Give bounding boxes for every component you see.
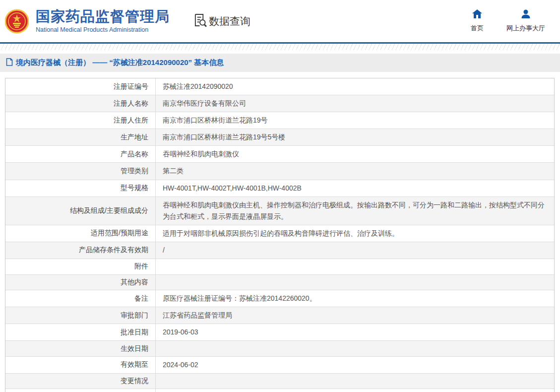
table-row: 适用范围/预期用途 适用于对咽部非机械原因损伤引起的吞咽及构音障碍进行评估、治疗…: [5, 225, 554, 242]
row-label: 审批部门: [5, 307, 156, 324]
row-value: 2024-06-02: [156, 357, 554, 373]
nav-item-home[interactable]: 首页: [471, 9, 484, 33]
row-value: 详情: [156, 389, 554, 392]
nav-item-service-hall[interactable]: 网上办事大厅: [506, 9, 545, 33]
table-row: 注册人名称 南京华伟医疗设备有限公司: [5, 95, 554, 112]
hatched-divider: [0, 44, 560, 50]
table-row-note: 注 详情: [5, 389, 554, 392]
row-label: 批准日期: [5, 324, 156, 340]
row-value: [156, 275, 554, 290]
breadcrumb: 境内医疗器械（注册） —— “苏械注准20142090020” 基本信息: [0, 54, 560, 72]
table-row: 生效日期: [5, 341, 554, 357]
row-value: [156, 341, 554, 356]
table-row: 其他内容: [5, 275, 554, 291]
row-value: [156, 374, 554, 389]
org-title-block: 国家药品监督管理局 National Medical Products Admi…: [36, 9, 170, 34]
table-row: 有效期至 2024-06-02: [5, 357, 554, 374]
row-label: 注: [5, 389, 156, 392]
table-row: 管理类别 第二类: [5, 163, 554, 180]
row-label: 有效期至: [5, 357, 156, 373]
nav-item-label: 首页: [471, 24, 484, 33]
row-label: 生效日期: [5, 341, 156, 356]
table-row: 产品储存条件及有效期 /: [5, 242, 554, 259]
table-row: 注册人住所 南京市浦口区桥林街道兰花路19号: [5, 112, 554, 129]
national-emblem-icon: [5, 8, 29, 34]
row-label: 管理类别: [5, 163, 156, 179]
row-label: 注册人住所: [5, 112, 156, 129]
data-query-section[interactable]: 数据查询: [193, 13, 250, 29]
row-value: 吞咽神经和肌肉电刺激仪: [156, 146, 554, 162]
row-label: 注册证编号: [5, 78, 156, 95]
row-value: 苏械注准20142090020: [156, 78, 554, 95]
document-icon: [6, 58, 13, 68]
nav-item-label: 网上办事大厅: [506, 24, 545, 33]
person-icon: [521, 9, 531, 20]
row-label: 型号规格: [5, 180, 156, 196]
row-label: 生产地址: [5, 129, 156, 145]
row-value: 适用于对咽部非机械原因损伤引起的吞咽及构音障碍进行评估、治疗及训练。: [156, 225, 554, 242]
row-value: [156, 259, 554, 274]
table-row: 备注 原医疗器械注册证编号：苏械注准20142260020。: [5, 290, 554, 307]
table-row: 审批部门 江苏省药品监督管理局: [5, 307, 554, 324]
table-row: 注册证编号 苏械注准20142090020: [5, 78, 554, 95]
home-icon: [472, 9, 482, 20]
row-value: 南京市浦口区桥林街道兰花路19号5号楼: [156, 129, 554, 145]
breadcrumb-text: 境内医疗器械（注册） —— “苏械注准20142090020” 基本信息: [16, 58, 224, 67]
row-label: 适用范围/预期用途: [5, 225, 156, 242]
row-label: 注册人名称: [5, 95, 156, 112]
row-label: 备注: [5, 290, 156, 307]
row-label: 变更情况: [5, 374, 156, 389]
table-row: 批准日期 2019-06-03: [5, 324, 554, 341]
row-value: HW-4001T,HW-4002T,HW-4001B,HW-4002B: [156, 180, 554, 196]
table-row: 型号规格 HW-4001T,HW-4002T,HW-4001B,HW-4002B: [5, 180, 554, 197]
header-nav: 首页 网上办事大厅: [471, 9, 545, 33]
row-label: 产品名称: [5, 146, 156, 162]
table-row: 产品名称 吞咽神经和肌肉电刺激仪: [5, 146, 554, 163]
org-name-zh: 国家药品监督管理局: [36, 9, 170, 25]
row-value: 第二类: [156, 163, 554, 179]
row-value: 吞咽神经和肌肉电刺激仪由主机、操作控制器和治疗电极组成。按输出路数不同，可分为一…: [156, 197, 554, 225]
table-row: 变更情况: [5, 374, 554, 390]
registration-info-table: 注册证编号 苏械注准20142090020 注册人名称 南京华伟医疗设备有限公司…: [5, 78, 555, 392]
row-label: 附件: [5, 259, 156, 274]
row-value: 江苏省药品监督管理局: [156, 307, 554, 324]
row-value: /: [156, 242, 554, 259]
row-value: 南京市浦口区桥林街道兰花路19号: [156, 112, 554, 129]
row-value: 南京华伟医疗设备有限公司: [156, 95, 554, 112]
site-header: 国家药品监督管理局 National Medical Products Admi…: [0, 0, 560, 44]
row-label: 结构及组成/主要组成成分: [5, 197, 156, 225]
row-value: 2019-06-03: [156, 324, 554, 340]
table-row: 生产地址 南京市浦口区桥林街道兰花路19号5号楼: [5, 129, 554, 146]
row-value: 原医疗器械注册证编号：苏械注准20142260020。: [156, 290, 554, 307]
table-row: 结构及组成/主要组成成分 吞咽神经和肌肉电刺激仪由主机、操作控制器和治疗电极组成…: [5, 197, 554, 225]
row-label: 产品储存条件及有效期: [5, 242, 156, 259]
org-name-en: National Medical Products Administration: [36, 26, 170, 33]
row-label: 其他内容: [5, 275, 156, 290]
data-query-doc-magnifier-icon: [193, 13, 207, 29]
table-row: 附件: [5, 259, 554, 275]
data-query-label: 数据查询: [209, 14, 250, 28]
